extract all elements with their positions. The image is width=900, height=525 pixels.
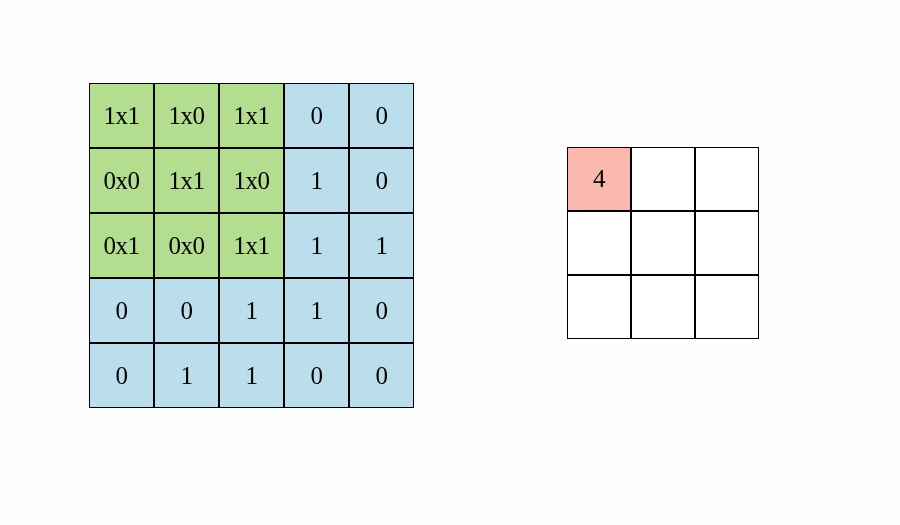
input-cell-1-1: 1x1 [154,148,219,213]
input-cell-4-3: 0 [284,343,349,408]
output-cell-1-1 [631,211,695,275]
input-cell-0-3: 0 [284,83,349,148]
input-cell-2-1: 0x0 [154,213,219,278]
input-cell-1-3: 1 [284,148,349,213]
input-cell-4-0: 0 [89,343,154,408]
input-cell-0-0: 1x1 [89,83,154,148]
input-cell-3-4: 0 [349,278,414,343]
input-cell-1-2: 1x0 [219,148,284,213]
output-cell-1-0 [567,211,631,275]
output-cell-2-2 [695,275,759,339]
input-cell-2-4: 1 [349,213,414,278]
output-grid: 4 [567,147,759,339]
input-cell-3-3: 1 [284,278,349,343]
input-grid: 1x11x01x1000x01x11x0100x10x01x1110011001… [89,83,414,408]
input-cell-1-0: 0x0 [89,148,154,213]
input-cell-0-1: 1x0 [154,83,219,148]
input-cell-4-2: 1 [219,343,284,408]
output-cell-1-2 [695,211,759,275]
output-cell-0-2 [695,147,759,211]
input-cell-3-0: 0 [89,278,154,343]
output-cell-0-1 [631,147,695,211]
input-cell-0-2: 1x1 [219,83,284,148]
input-cell-0-4: 0 [349,83,414,148]
input-cell-1-4: 0 [349,148,414,213]
input-cell-2-2: 1x1 [219,213,284,278]
input-cell-3-1: 0 [154,278,219,343]
output-cell-2-1 [631,275,695,339]
input-cell-4-1: 1 [154,343,219,408]
input-cell-3-2: 1 [219,278,284,343]
output-cell-0-0: 4 [567,147,631,211]
input-cell-2-0: 0x1 [89,213,154,278]
output-cell-2-0 [567,275,631,339]
input-cell-4-4: 0 [349,343,414,408]
input-cell-2-3: 1 [284,213,349,278]
